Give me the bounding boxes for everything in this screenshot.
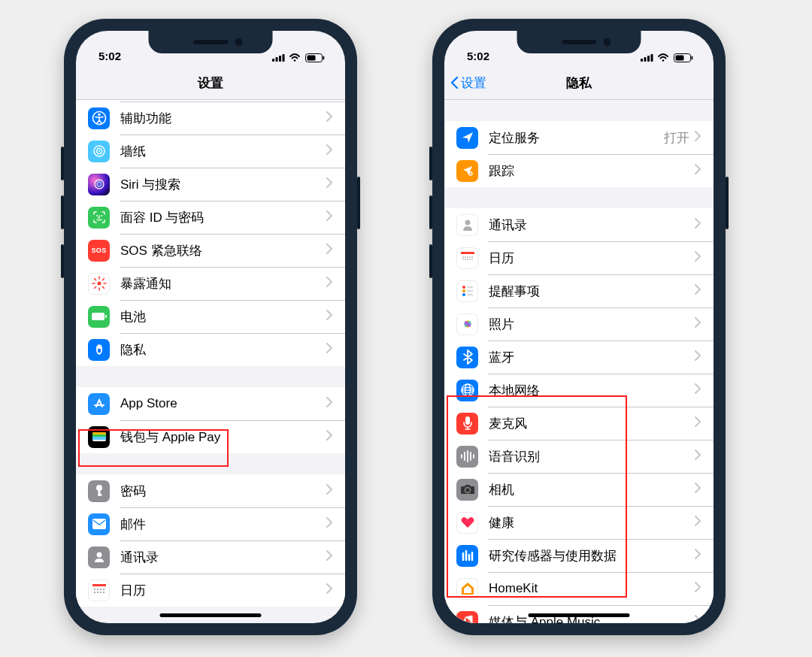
sos-icon: SOS bbox=[88, 240, 110, 262]
row-label: App Store bbox=[120, 396, 326, 411]
row-label: 墙纸 bbox=[120, 143, 326, 160]
settings-row-sos[interactable]: SOSSOS 紧急联络 bbox=[76, 234, 345, 267]
svg-point-50 bbox=[103, 592, 105, 593]
svg-point-52 bbox=[465, 220, 470, 226]
row-label: 提醒事项 bbox=[489, 283, 694, 300]
chevron-right-icon bbox=[326, 397, 333, 410]
svg-rect-39 bbox=[98, 494, 102, 496]
chevron-right-icon bbox=[694, 350, 701, 364]
settings-row-appstore[interactable]: App Store bbox=[76, 387, 345, 420]
home-indicator[interactable] bbox=[160, 613, 262, 617]
settings-row-bluetooth[interactable]: 蓝牙 bbox=[444, 341, 714, 374]
svg-point-55 bbox=[465, 256, 466, 258]
svg-point-18 bbox=[97, 182, 102, 186]
row-label: 面容 ID 与密码 bbox=[120, 209, 326, 226]
settings-row-localnet[interactable]: 本地网络 bbox=[444, 374, 714, 407]
row-label: 研究传感器与使用数据 bbox=[489, 547, 694, 565]
privacy-icon bbox=[88, 339, 110, 361]
siri-icon bbox=[88, 174, 110, 195]
row-label: 照片 bbox=[489, 316, 694, 333]
settings-row-calendar[interactable]: 日历 bbox=[76, 574, 345, 607]
battery-icon bbox=[305, 53, 326, 62]
nav-bar: 设置 隐私 bbox=[444, 67, 714, 100]
settings-row-reminders[interactable]: 提醒事项 bbox=[444, 274, 714, 307]
settings-row-calendar2[interactable]: 日历 bbox=[444, 241, 714, 274]
settings-row-homekit[interactable]: HomeKit bbox=[444, 572, 714, 605]
settings-row-research[interactable]: 研究传感器与使用数据 bbox=[444, 539, 714, 572]
exposure-icon bbox=[88, 273, 110, 295]
row-label: 通讯录 bbox=[489, 216, 694, 234]
home-indicator[interactable] bbox=[529, 613, 630, 617]
svg-point-66 bbox=[462, 293, 465, 296]
svg-rect-30 bbox=[92, 313, 105, 320]
chevron-right-icon bbox=[326, 310, 333, 323]
row-label: 跟踪 bbox=[489, 162, 694, 180]
settings-row-speech[interactable]: 语音识别 bbox=[444, 440, 714, 473]
svg-point-44 bbox=[97, 589, 98, 590]
chevron-right-icon bbox=[326, 210, 333, 224]
svg-point-19 bbox=[96, 215, 98, 216]
chevron-right-icon bbox=[694, 483, 701, 496]
settings-row-tracking[interactable]: 跟踪 bbox=[444, 154, 714, 187]
row-label: 邮件 bbox=[120, 516, 326, 533]
settings-row-contacts[interactable]: 通讯录 bbox=[76, 540, 345, 574]
chevron-right-icon bbox=[694, 516, 701, 529]
chevron-right-icon bbox=[326, 277, 333, 290]
settings-row-camera[interactable]: 相机 bbox=[444, 473, 714, 506]
svg-point-16 bbox=[98, 150, 100, 152]
settings-row-photos[interactable]: 照片 bbox=[444, 307, 714, 341]
settings-row-battery[interactable]: 电池 bbox=[76, 300, 345, 333]
nav-bar: 设置 bbox=[76, 67, 345, 100]
settings-row-passwords[interactable]: 密码 bbox=[76, 474, 345, 507]
row-label: Siri 与搜索 bbox=[120, 176, 326, 193]
phone-notch bbox=[149, 31, 273, 53]
settings-row-contacts2[interactable]: 通讯录 bbox=[444, 208, 714, 241]
chevron-right-icon bbox=[326, 111, 333, 125]
chevron-right-icon bbox=[326, 550, 333, 564]
settings-row-mail[interactable]: 邮件 bbox=[76, 507, 345, 540]
settings-row-siri[interactable]: Siri 与搜索 bbox=[76, 168, 345, 201]
chevron-right-icon bbox=[326, 144, 333, 158]
location-icon bbox=[456, 127, 478, 149]
chevron-right-icon bbox=[326, 177, 333, 191]
settings-row-health[interactable]: 健康 bbox=[444, 506, 714, 539]
chevron-right-icon bbox=[694, 251, 701, 265]
row-label: 隐私 bbox=[120, 341, 326, 359]
settings-row-location[interactable]: 定位服务打开 bbox=[444, 121, 714, 154]
settings-row-access[interactable]: 辅助功能 bbox=[76, 101, 345, 135]
svg-point-58 bbox=[471, 256, 473, 258]
row-label: 日历 bbox=[489, 250, 694, 267]
camera-icon bbox=[456, 479, 478, 501]
cellular-icon bbox=[641, 53, 654, 62]
phone-notch bbox=[517, 31, 641, 53]
settings-row-privacy[interactable]: 隐私 bbox=[76, 333, 345, 366]
svg-rect-31 bbox=[105, 315, 107, 318]
chevron-right-icon bbox=[694, 218, 701, 232]
localnet-icon bbox=[456, 380, 478, 401]
chevron-right-icon bbox=[326, 343, 333, 356]
svg-point-45 bbox=[100, 589, 102, 590]
appstore-icon bbox=[88, 393, 110, 415]
row-label: 定位服务 bbox=[489, 129, 664, 147]
settings-row-wallet[interactable]: 钱包与 Apple Pay bbox=[76, 420, 345, 453]
row-label: 本地网络 bbox=[489, 382, 694, 399]
svg-point-64 bbox=[462, 286, 465, 289]
chevron-right-icon bbox=[326, 484, 333, 498]
svg-point-62 bbox=[469, 259, 471, 260]
row-label: 健康 bbox=[489, 514, 694, 531]
phone-settings: 5:02 设置 主屏幕辅助功能墙纸Siri 与搜索面容 ID 与密码SOSSOS… bbox=[64, 19, 357, 635]
settings-row-faceid[interactable]: 面容 ID 与密码 bbox=[76, 201, 345, 234]
battery-icon bbox=[88, 306, 110, 328]
svg-rect-40 bbox=[92, 519, 106, 529]
back-button[interactable]: 设置 bbox=[450, 74, 486, 92]
settings-row-exposure[interactable]: 暴露通知 bbox=[76, 267, 345, 300]
wallet-icon bbox=[88, 426, 110, 448]
svg-point-48 bbox=[97, 592, 98, 593]
svg-line-27 bbox=[102, 286, 104, 288]
svg-point-57 bbox=[469, 256, 471, 258]
settings-row-mic[interactable]: 麦克风 bbox=[444, 407, 714, 440]
svg-rect-42 bbox=[92, 584, 106, 586]
back-label: 设置 bbox=[461, 74, 486, 92]
row-label: 电池 bbox=[120, 308, 326, 325]
settings-row-wallpaper[interactable]: 墙纸 bbox=[76, 135, 345, 168]
